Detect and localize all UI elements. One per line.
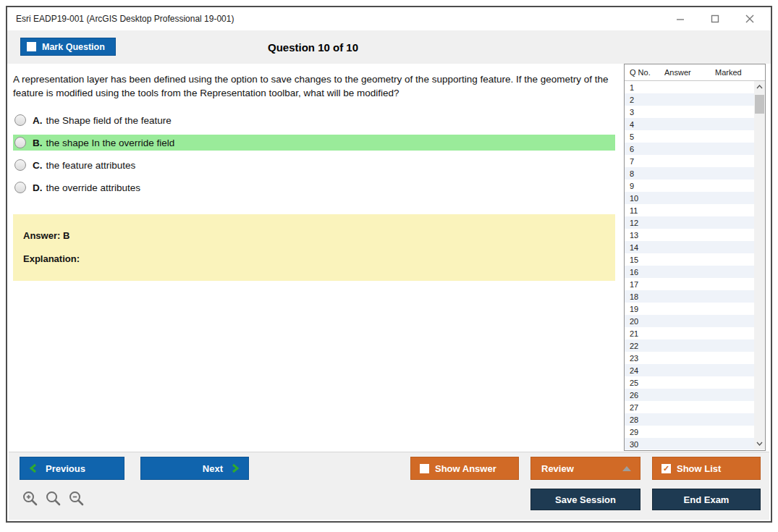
option-letter: D. (33, 182, 43, 193)
question-list-body: 1234567891011121314151617181920212223242… (625, 81, 765, 449)
question-list-row[interactable]: 29 (625, 426, 754, 438)
screenshot-page: Esri EADP19-001 (ArcGIS Desktop Professi… (0, 0, 778, 532)
next-button[interactable]: Next (140, 457, 249, 480)
option-c[interactable]: C. the feature attributes (13, 157, 615, 173)
question-list-row[interactable]: 6 (625, 143, 754, 155)
content-area: A representation layer has been defined … (7, 64, 771, 455)
show-answer-label: Show Answer (435, 463, 496, 474)
answer-box: Answer: B Explanation: (13, 214, 615, 281)
save-session-button[interactable]: Save Session (530, 489, 640, 510)
question-list-row[interactable]: 4 (625, 118, 754, 130)
question-list-cell: 24 (625, 366, 664, 375)
question-list-row[interactable]: 3 (625, 106, 754, 118)
question-list-row[interactable]: 20 (625, 315, 754, 327)
question-list-row[interactable]: 22 (625, 339, 754, 352)
question-counter: Question 10 of 10 (7, 30, 619, 64)
question-list-row[interactable]: 24 (625, 364, 754, 376)
end-exam-label: End Exam (684, 494, 730, 505)
chevron-right-icon (232, 463, 240, 473)
question-list-row[interactable]: 7 (625, 155, 754, 167)
zoom-out-icon[interactable] (68, 490, 85, 507)
question-list-cell: 6 (625, 145, 664, 153)
question-list-row[interactable]: 5 (625, 130, 754, 143)
column-header-marked: Marked (715, 68, 755, 77)
show-list-checkbox-checked[interactable]: ✓ (661, 464, 671, 473)
show-answer-button[interactable]: Show Answer (410, 457, 519, 480)
question-list-row[interactable]: 15 (625, 253, 754, 266)
option-text: the Shape field of the feature (46, 115, 172, 126)
review-dropdown-button[interactable]: Review (530, 457, 640, 480)
question-list-cell: 9 (625, 182, 664, 190)
question-list-row[interactable]: 8 (625, 167, 754, 180)
question-list-cell: 25 (625, 379, 664, 387)
radio-option-b[interactable] (14, 137, 26, 148)
question-list-cell: 23 (625, 354, 664, 363)
option-text: the feature attributes (46, 160, 136, 171)
maximize-button[interactable] (710, 14, 720, 24)
question-list-cell: 12 (625, 219, 664, 227)
question-list-row[interactable]: 16 (625, 266, 754, 278)
review-label: Review (541, 463, 574, 474)
question-pane: A representation layer has been defined … (13, 64, 622, 281)
close-button[interactable] (745, 14, 755, 24)
option-b[interactable]: B. the shape In the override field (13, 135, 615, 151)
question-list-row[interactable]: 13 (625, 229, 754, 241)
header-strip: Mark Question Question 10 of 10 (7, 30, 771, 64)
answer-line: Answer: B (23, 229, 605, 242)
question-list-row[interactable]: 2 (625, 93, 754, 106)
show-list-button[interactable]: ✓ Show List (652, 457, 761, 480)
save-session-label: Save Session (555, 494, 616, 505)
previous-button[interactable]: Previous (20, 457, 124, 480)
option-a[interactable]: A. the Shape field of the feature (13, 112, 615, 128)
question-list-row[interactable]: 18 (625, 290, 754, 303)
show-answer-checkbox[interactable] (420, 464, 429, 473)
scroll-down-arrow-icon[interactable] (754, 438, 765, 449)
question-list-row[interactable]: 12 (625, 216, 754, 229)
question-list-row[interactable]: 11 (625, 204, 754, 216)
question-list-row[interactable]: 17 (625, 278, 754, 290)
question-list-cell: 18 (625, 292, 664, 301)
zoom-reset-icon[interactable] (45, 490, 62, 507)
question-list-row[interactable]: 21 (625, 327, 754, 339)
question-list-cell: 7 (625, 157, 664, 166)
scrollbar-thumb[interactable] (755, 95, 764, 114)
column-header-answer: Answer (664, 68, 715, 77)
question-list-row[interactable]: 9 (625, 180, 754, 192)
question-list-cell: 5 (625, 132, 664, 141)
question-list-row[interactable]: 23 (625, 352, 754, 364)
question-list-row[interactable]: 26 (625, 389, 754, 401)
question-list-row[interactable]: 28 (625, 413, 754, 426)
question-list-cell: 2 (625, 96, 664, 104)
question-list-cell: 8 (625, 169, 664, 178)
question-list-cell: 4 (625, 120, 664, 129)
question-list-cell: 17 (625, 280, 664, 289)
question-list-row[interactable]: 27 (625, 401, 754, 413)
question-list-row[interactable]: 14 (625, 241, 754, 253)
zoom-toolbar (22, 490, 85, 507)
end-exam-button[interactable]: End Exam (652, 489, 761, 510)
question-list-cell: 20 (625, 317, 664, 326)
question-list-row[interactable]: 25 (625, 376, 754, 389)
radio-option-d[interactable] (14, 182, 26, 193)
scroll-up-arrow-icon[interactable] (754, 81, 765, 93)
question-list-row[interactable]: 10 (625, 192, 754, 204)
dropdown-arrow-up-icon (622, 466, 631, 471)
question-list-row[interactable]: 1 (625, 81, 754, 93)
option-d[interactable]: D. the override attributes (13, 180, 615, 195)
radio-option-c[interactable] (14, 159, 26, 171)
question-list-cell: 3 (625, 108, 664, 117)
minimize-button[interactable] (675, 14, 685, 24)
question-list-cell: 28 (625, 415, 664, 424)
question-list-cell: 1 (625, 83, 664, 92)
question-list-row[interactable]: 19 (625, 303, 754, 315)
question-list-row[interactable]: 30 (625, 438, 754, 449)
option-text: the shape In the override field (46, 138, 175, 148)
exam-window: Esri EADP19-001 (ArcGIS Desktop Professi… (6, 6, 772, 523)
radio-option-a[interactable] (14, 114, 26, 126)
zoom-in-icon[interactable] (22, 490, 39, 507)
option-letter: A. (33, 115, 43, 126)
question-list-scrollbar[interactable] (754, 81, 765, 449)
question-list-cell: 26 (625, 391, 664, 400)
question-list-cell: 16 (625, 268, 664, 276)
option-letter: C. (33, 160, 43, 171)
